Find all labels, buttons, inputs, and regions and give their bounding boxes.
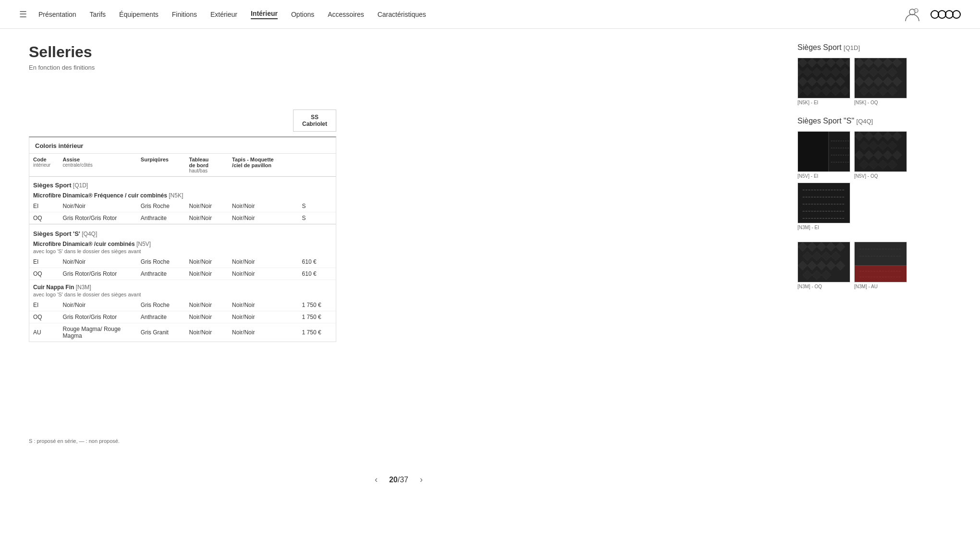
product-n5v-note: avec logo 'S' dans le dossier des sièges… <box>33 248 141 254</box>
cell-surpiquures: Gris Roche <box>137 200 185 212</box>
col-code: Codeintérieur <box>29 154 59 177</box>
table-row: OQ Gris Rotor/Gris Rotor Anthracite Noir… <box>29 268 336 280</box>
product-n5v-code: [N5V] <box>136 241 151 247</box>
header: ☰ Présentation Tarifs Équipements Finiti… <box>0 0 980 29</box>
col-assise: Assisecentrale/côtés <box>59 154 137 177</box>
nav-tarifs[interactable]: Tarifs <box>90 11 106 18</box>
cell-tapis: Noir/Noir <box>228 256 298 268</box>
nav-finitions[interactable]: Finitions <box>172 11 197 18</box>
cell-code: AU <box>29 323 59 342</box>
img-label-n5k-ei: [N5K] - EI <box>797 100 818 105</box>
cell-assise: Rouge Magma/ Rouge Magma <box>59 323 137 342</box>
product-n3m-note: avec logo 'S' dans le dossier des sièges… <box>33 292 141 297</box>
img-item-n3m-au: [N3M] - AU <box>854 242 907 289</box>
img-label-n5k-oq: [N5K] - OQ <box>854 100 878 105</box>
sidebar: Sièges Sport [Q1D] [N5K] - EI <box>797 43 951 506</box>
cell-assise: Noir/Noir <box>59 256 137 268</box>
user-icon[interactable]: ? <box>904 6 921 23</box>
svg-rect-13 <box>798 183 850 223</box>
img-label-n3m-ei: [N3M] - EI <box>797 225 819 230</box>
cell-surpiquures: Anthracite <box>137 268 185 280</box>
img-box-n3m-ei <box>797 183 850 223</box>
audi-logo <box>931 10 961 19</box>
pagination-total: 37 <box>400 476 408 484</box>
img-item-n3m-oq: [N3M] - OQ <box>797 242 850 289</box>
sidebar-section1-images: [N5K] - EI [N5K] - OQ <box>797 58 951 105</box>
pagination-current: 20 <box>389 476 398 484</box>
nav-options[interactable]: Options <box>291 11 314 18</box>
cell-assise: Noir/Noir <box>59 200 137 212</box>
nav-presentation[interactable]: Présentation <box>38 11 76 18</box>
nav-exterieur[interactable]: Extérieur <box>210 11 237 18</box>
col-prix <box>298 154 336 177</box>
data-table: Codeintérieur Assisecentrale/côtés Surpi… <box>29 154 336 342</box>
cell-surpiquures: Anthracite <box>137 311 185 323</box>
cell-prix: 1 750 € <box>298 311 336 323</box>
cell-code: OQ <box>29 268 59 280</box>
img-box-n3m-au <box>854 242 907 282</box>
cell-tapis: Noir/Noir <box>228 311 298 323</box>
img-box-n5k-ei <box>797 58 850 98</box>
hamburger-icon[interactable]: ☰ <box>19 9 27 20</box>
sidebar-section2-title: Sièges Sport "S" [Q4Q] <box>797 117 951 125</box>
svg-rect-21 <box>855 266 906 282</box>
img-item-n5v-ei: [N5V] - EI <box>797 131 850 179</box>
filter-ss-cabriolet[interactable]: SSCabriolet <box>293 110 336 132</box>
cell-code: EI <box>29 200 59 212</box>
sidebar-section1-title: Sièges Sport [Q1D] <box>797 43 951 52</box>
img-item-n5k-ei: [N5K] - EI <box>797 58 850 105</box>
nav-accessoires[interactable]: Accessoires <box>328 11 364 18</box>
table-row: OQ Gris Rotor/Gris Rotor Anthracite Noir… <box>29 311 336 323</box>
nav-equipements[interactable]: Équipements <box>119 11 159 18</box>
product-n5v-name: Microfibre Dinamica® /cuir combinés <box>33 241 135 247</box>
img-label-n5v-ei: [N5V] - EI <box>797 173 818 179</box>
page-title: Selleries <box>29 43 769 61</box>
table-row: EI Noir/Noir Gris Roche Noir/Noir Noir/N… <box>29 299 336 311</box>
img-label-n3m-oq: [N3M] - OQ <box>797 284 822 289</box>
cell-tableau: Noir/Noir <box>185 311 229 323</box>
nav-interieur[interactable]: Intérieur <box>251 10 278 19</box>
svg-rect-6 <box>798 132 829 171</box>
product-n3m-name: Cuir Nappa Fin <box>33 284 74 291</box>
next-page-button[interactable]: › <box>416 473 427 487</box>
prev-page-button[interactable]: ‹ <box>371 473 381 487</box>
cell-tableau: Noir/Noir <box>185 299 229 311</box>
nav-right: ? <box>904 6 961 23</box>
sidebar-section1-code: [Q1D] <box>844 44 860 51</box>
page-subtitle: En fonction des finitions <box>29 64 769 71</box>
img-item-n5k-oq: [N5K] - OQ <box>854 58 907 105</box>
table-row: AU Rouge Magma/ Rouge Magma Gris Granit … <box>29 323 336 342</box>
cell-prix: 1 750 € <box>298 323 336 342</box>
cell-tableau: Noir/Noir <box>185 323 229 342</box>
sidebar-section2-code: [Q4Q] <box>857 118 873 125</box>
img-box-n5k-oq <box>854 58 907 98</box>
sidebar-section2-images-row2: [N3M] - OQ [N3 <box>797 242 951 289</box>
cell-prix: 610 € <box>298 256 336 268</box>
cell-prix: 610 € <box>298 268 336 280</box>
table-wrapper: Coloris intérieur Codeintérieur <box>29 136 336 342</box>
img-label-n5v-oq: [N5V] - OQ <box>854 173 878 179</box>
cell-assise: Noir/Noir <box>59 299 137 311</box>
pagination-text: 20/37 <box>389 476 408 484</box>
img-item-n3m-ei: [N3M] - EI <box>797 183 850 230</box>
col-surpiquures: Surpiqûres <box>137 154 185 177</box>
cell-code: EI <box>29 256 59 268</box>
col-tableau: Tableaude bordhaut/bas <box>185 154 229 177</box>
cell-surpiquures: Gris Roche <box>137 256 185 268</box>
cell-tapis: Noir/Noir <box>228 200 298 212</box>
table-row: EI Noir/Noir Gris Roche Noir/Noir Noir/N… <box>29 256 336 268</box>
cell-assise: Gris Rotor/Gris Rotor <box>59 311 137 323</box>
table-row: OQ Gris Rotor/Gris Rotor Anthracite Noir… <box>29 212 336 224</box>
product-n5k-code: [N5K] <box>169 192 183 199</box>
img-box-n5v-ei <box>797 131 850 172</box>
col-tapis: Tapis - Moquette/ciel de pavillon <box>228 154 298 177</box>
footer-note: S : proposé en série, — : non proposé. <box>29 438 769 444</box>
cell-code: EI <box>29 299 59 311</box>
img-item-n5v-oq: [N5V] - OQ <box>854 131 907 179</box>
cell-tableau: Noir/Noir <box>185 268 229 280</box>
cell-tableau: Noir/Noir <box>185 212 229 224</box>
nav-caracteristiques[interactable]: Caractéristiques <box>378 11 426 18</box>
sidebar-section2-images: [N5V] - EI [N5V] - OQ <box>797 131 951 230</box>
cell-code: OQ <box>29 212 59 224</box>
cell-surpiquures: Gris Granit <box>137 323 185 342</box>
